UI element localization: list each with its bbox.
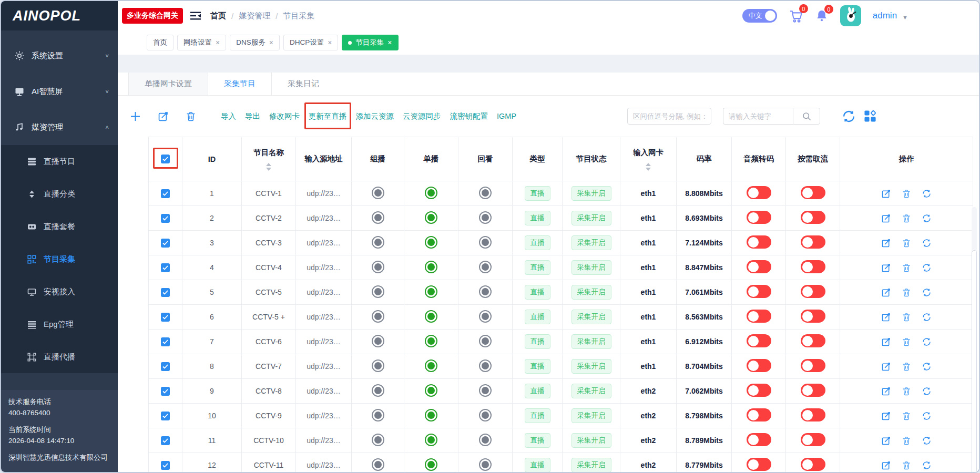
modify-nic-link[interactable]: 修改网卡 xyxy=(269,111,300,121)
row-sync-button[interactable] xyxy=(922,239,931,248)
column-header-id[interactable]: ID xyxy=(182,137,242,181)
row-edit-button[interactable] xyxy=(882,288,891,297)
sidebar-item-monitor-access[interactable]: 安视接入 xyxy=(1,275,118,308)
sidebar-collapse-button[interactable] xyxy=(190,12,201,20)
column-header-audio-transcode[interactable]: 音频转码 xyxy=(732,137,786,181)
row-checkbox[interactable] xyxy=(161,263,170,272)
row-delete-button[interactable] xyxy=(902,263,911,272)
column-header-multicast[interactable]: 组播 xyxy=(352,137,404,181)
column-header-source[interactable]: 输入源地址 xyxy=(296,137,352,181)
on-demand-toggle[interactable] xyxy=(801,310,825,323)
row-delete-button[interactable] xyxy=(902,288,911,297)
scrollbar-thumb[interactable] xyxy=(972,250,977,473)
row-sync-button[interactable] xyxy=(922,288,931,297)
on-demand-toggle[interactable] xyxy=(801,211,825,224)
tag-dns-service[interactable]: DNS服务 × xyxy=(230,35,280,50)
column-header-playback[interactable]: 回看 xyxy=(458,137,513,181)
row-delete-button[interactable] xyxy=(902,189,911,198)
row-sync-button[interactable] xyxy=(922,436,931,445)
row-sync-button[interactable] xyxy=(922,412,931,420)
on-demand-toggle[interactable] xyxy=(801,458,825,471)
column-header-status[interactable]: 节目状态 xyxy=(563,137,620,181)
on-demand-toggle[interactable] xyxy=(801,384,825,397)
tag-dhcp-settings[interactable]: DHCP设置 × xyxy=(283,35,338,50)
close-icon[interactable]: × xyxy=(387,38,392,47)
audio-transcode-toggle[interactable] xyxy=(747,408,771,421)
audio-transcode-toggle[interactable] xyxy=(747,285,771,298)
row-delete-button[interactable] xyxy=(902,436,911,445)
on-demand-toggle[interactable] xyxy=(801,285,825,298)
row-edit-button[interactable] xyxy=(882,436,891,445)
row-sync-button[interactable] xyxy=(922,263,931,272)
igmp-link[interactable]: IGMP xyxy=(497,112,516,120)
row-delete-button[interactable] xyxy=(902,461,911,470)
audio-transcode-toggle[interactable] xyxy=(747,433,771,446)
sidebar-item-live-relay[interactable]: 直播代播 xyxy=(1,341,118,373)
close-icon[interactable]: × xyxy=(216,38,220,47)
row-sync-button[interactable] xyxy=(922,387,931,396)
row-checkbox[interactable] xyxy=(161,412,170,420)
row-delete-button[interactable] xyxy=(902,387,911,396)
column-header-type[interactable]: 类型 xyxy=(513,137,563,181)
column-header-unicast[interactable]: 单播 xyxy=(404,137,458,181)
update-to-live-link[interactable]: 更新至直播 xyxy=(309,111,347,121)
sidebar-item-live-packages[interactable]: 直播套餐 xyxy=(1,210,118,243)
row-checkbox[interactable] xyxy=(161,313,170,322)
on-demand-toggle[interactable] xyxy=(801,260,825,273)
tab-unicast-nic-settings[interactable]: 单播网卡设置 xyxy=(128,73,208,95)
row-checkbox[interactable] xyxy=(161,189,170,198)
row-delete-button[interactable] xyxy=(902,362,911,371)
delete-button[interactable] xyxy=(186,111,196,121)
sort-arrows-icon[interactable] xyxy=(266,163,271,171)
cart-button[interactable]: 0 xyxy=(789,8,803,23)
refresh-button[interactable] xyxy=(842,110,855,123)
select-all-checkbox[interactable] xyxy=(161,155,170,163)
add-button[interactable] xyxy=(130,111,140,121)
add-cloud-resource-link[interactable]: 添加云资源 xyxy=(356,111,394,121)
row-edit-button[interactable] xyxy=(882,337,891,346)
row-sync-button[interactable] xyxy=(922,461,931,470)
breadcrumb-media[interactable]: 媒资管理 xyxy=(239,11,270,21)
row-edit-button[interactable] xyxy=(882,412,891,420)
column-header-on-demand[interactable]: 按需取流 xyxy=(786,137,840,181)
row-sync-button[interactable] xyxy=(922,337,931,346)
on-demand-toggle[interactable] xyxy=(801,235,825,249)
audio-transcode-toggle[interactable] xyxy=(747,334,771,347)
cloud-resource-sync-link[interactable]: 云资源同步 xyxy=(403,111,441,121)
import-link[interactable]: 导入 xyxy=(221,111,236,121)
tab-capture-log[interactable]: 采集日记 xyxy=(272,73,335,95)
row-delete-button[interactable] xyxy=(902,239,911,248)
row-checkbox[interactable] xyxy=(161,239,170,248)
audio-transcode-toggle[interactable] xyxy=(747,186,771,199)
column-header-nic[interactable]: 输入网卡 xyxy=(620,137,677,181)
row-checkbox[interactable] xyxy=(161,214,170,223)
notification-button[interactable]: 0 xyxy=(815,9,829,23)
row-edit-button[interactable] xyxy=(882,362,891,371)
row-delete-button[interactable] xyxy=(902,337,911,346)
column-settings-button[interactable] xyxy=(864,110,876,122)
breadcrumb-home[interactable]: 首页 xyxy=(210,11,226,21)
close-icon[interactable]: × xyxy=(269,38,273,47)
row-delete-button[interactable] xyxy=(902,412,911,420)
sidebar-item-system-settings[interactable]: 系统设置 ∨ xyxy=(1,38,118,74)
on-demand-toggle[interactable] xyxy=(801,334,825,347)
column-header-actions[interactable]: 操作 xyxy=(840,137,973,181)
row-checkbox[interactable] xyxy=(161,337,170,346)
user-menu-caret-icon[interactable]: ▼ xyxy=(902,14,908,20)
on-demand-toggle[interactable] xyxy=(801,433,825,446)
audio-transcode-toggle[interactable] xyxy=(747,211,771,224)
row-edit-button[interactable] xyxy=(882,461,891,470)
row-checkbox[interactable] xyxy=(161,436,170,445)
audio-transcode-toggle[interactable] xyxy=(747,458,771,471)
sidebar-item-epg-management[interactable]: Epg管理 xyxy=(1,308,118,341)
row-edit-button[interactable] xyxy=(882,263,891,272)
audio-transcode-toggle[interactable] xyxy=(747,310,771,323)
row-checkbox[interactable] xyxy=(161,387,170,396)
column-header-bitrate[interactable]: 码率 xyxy=(677,137,732,181)
tag-home[interactable]: 首页 xyxy=(147,35,173,50)
row-edit-button[interactable] xyxy=(882,313,891,322)
sidebar-item-live-categories[interactable]: 直播分类 xyxy=(1,178,118,210)
row-edit-button[interactable] xyxy=(882,214,891,223)
sidebar-item-ai-screen[interactable]: AI智慧屏 ∨ xyxy=(1,74,118,109)
row-sync-button[interactable] xyxy=(922,362,931,371)
